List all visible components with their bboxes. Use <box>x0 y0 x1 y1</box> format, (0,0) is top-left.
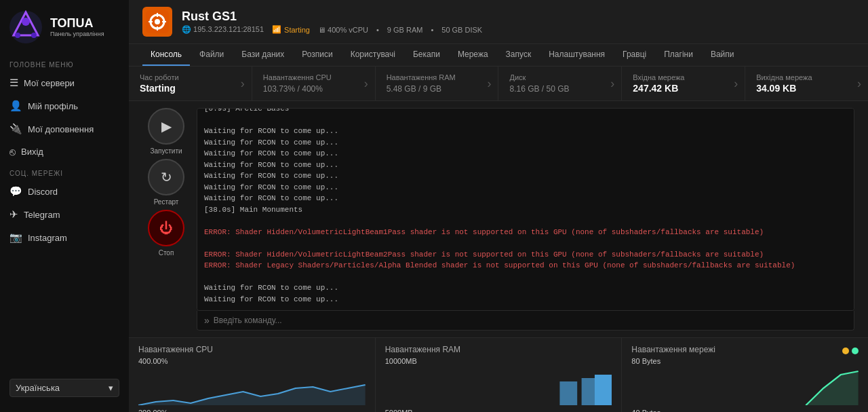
chart-ram: Навантаження RAM 10000MB 5000MB <box>376 338 623 412</box>
sidebar-item-addons[interactable]: 🔌 Мої доповнення <box>0 117 129 141</box>
server-meta: 🌐 195.3.223.121:28151 📶 Starting 🖥 400% … <box>182 25 482 34</box>
tab-console[interactable]: Консоль <box>142 44 190 66</box>
server-ram: • <box>376 26 379 34</box>
main-menu-label: ГОЛОВНЕ МЕНЮ <box>0 54 129 71</box>
chevron-down-icon: ▾ <box>108 383 113 393</box>
instagram-label: Instagram <box>28 233 67 243</box>
tab-backups[interactable]: Бекапи <box>405 44 448 66</box>
logo-name: ТОПUA <box>50 17 104 31</box>
sidebar: ТОПUA Панель управління ГОЛОВНЕ МЕНЮ ☰ М… <box>0 0 129 412</box>
logo-icon <box>8 10 43 45</box>
charts-row: Навантаження CPU 400.00% 200.00% Наванта… <box>129 337 868 412</box>
stat-ram: Навантаження RAM 5.48 GB / 9 GB › <box>376 67 499 100</box>
legend-out-icon <box>852 348 859 354</box>
tab-files[interactable]: Файли <box>191 44 232 66</box>
restart-icon: ↻ <box>148 159 184 195</box>
ram-chart-canvas <box>385 368 612 409</box>
server-header: Rust GS1 🌐 195.3.223.121:28151 📶 Startin… <box>129 0 868 44</box>
servers-label: Мої сервери <box>24 78 75 88</box>
logout-label: Вихід <box>21 147 43 157</box>
stat-network-in: Вхідна мережа 247.42 KB › <box>622 67 745 100</box>
ram-value: 5.48 GB / 9 GB <box>387 83 488 94</box>
logo-area: ТОПUA Панель управління <box>0 0 129 54</box>
power-icon: ⏻ <box>148 210 184 246</box>
console-input[interactable] <box>214 316 847 325</box>
telegram-label: Telegram <box>24 210 60 220</box>
profile-label: Мій профіль <box>28 101 78 111</box>
server-vcpu: 🖥 400% vCPU <box>318 26 368 34</box>
cpu-icon: 🖥 <box>318 26 326 34</box>
main-content: Rust GS1 🌐 195.3.223.121:28151 📶 Startin… <box>129 0 868 412</box>
svg-point-7 <box>155 19 160 24</box>
server-disk-sep: • <box>431 26 433 34</box>
server-name: Rust GS1 <box>182 10 482 24</box>
svg-point-2 <box>22 18 30 26</box>
stat-disk: Диск 8.16 GB / 50 GB › <box>498 67 622 100</box>
server-ram-value: 9 GB RAM <box>387 26 423 34</box>
arrow-icon-3: › <box>487 77 491 91</box>
chart-network: Навантаження мережі 80 Bytes 40 Bytes <box>622 338 868 412</box>
stop-button[interactable]: ⏻ Стоп <box>142 210 190 257</box>
social-menu-label: СОЦ. МЕРЕЖІ <box>0 163 129 180</box>
stat-network-out: Вихідна мережа 34.09 KB › <box>745 67 868 100</box>
wifi-icon: 📶 <box>272 25 281 34</box>
tab-settings[interactable]: Налаштування <box>540 44 613 66</box>
tab-players[interactable]: Гравці <box>614 44 654 66</box>
sidebar-item-instagram[interactable]: 📷 Instagram <box>0 226 129 249</box>
tab-users[interactable]: Користувачі <box>342 44 403 66</box>
svg-marker-12 <box>138 385 366 405</box>
stats-row: Час роботи Starting › Навантаження CPU 1… <box>129 67 868 101</box>
tab-schedules[interactable]: Розписи <box>294 44 340 66</box>
svg-rect-13 <box>559 381 577 405</box>
server-ip: 🌐 195.3.223.121:28151 <box>182 25 264 34</box>
arrow-icon-4: › <box>610 77 614 91</box>
sidebar-item-telegram[interactable]: ✈ Telegram <box>0 203 129 226</box>
console-prompt-icon: » <box>204 315 210 326</box>
server-disk-value: 50 GB DISK <box>441 26 482 34</box>
server-game-icon <box>142 7 172 37</box>
language-label: Українська <box>16 383 60 393</box>
stat-cpu: Навантаження CPU 103.73% / 400% › <box>252 67 376 100</box>
tab-startup[interactable]: Запуск <box>498 44 540 66</box>
disk-value: 8.16 GB / 50 GB <box>509 83 610 94</box>
console-input-row: » <box>197 311 854 331</box>
svg-point-4 <box>31 33 37 38</box>
tab-network[interactable]: Мережа <box>450 44 496 66</box>
arrow-icon: › <box>241 77 245 91</box>
tab-plugins[interactable]: Плагіни <box>656 44 701 66</box>
restart-button[interactable]: ↻ Рестарт <box>142 159 190 206</box>
svg-rect-15 <box>595 375 612 405</box>
discord-icon: 💬 <box>9 185 22 198</box>
chart-cpu: Навантаження CPU 400.00% 200.00% <box>129 338 376 412</box>
sidebar-item-discord[interactable]: 💬 Discord <box>0 180 129 203</box>
action-buttons: ▶ Запустити ↻ Рестарт ⏻ Стоп <box>142 108 190 337</box>
cpu-chart-canvas <box>138 368 366 409</box>
console-log: [12.9s] River LayoutWaiting for RCON to … <box>197 108 854 311</box>
addons-icon: 🔌 <box>9 123 22 135</box>
console-right: [12.9s] River LayoutWaiting for RCON to … <box>197 108 854 337</box>
language-select[interactable]: Українська ▾ <box>9 379 119 397</box>
sidebar-item-logout[interactable]: ⎋ Вихід <box>0 141 129 163</box>
tab-wipes[interactable]: Вайпи <box>703 44 743 66</box>
servers-icon: ☰ <box>9 77 18 89</box>
sidebar-item-servers[interactable]: ☰ Мої сервери <box>0 71 129 94</box>
play-icon: ▶ <box>148 108 184 145</box>
network-chart-canvas <box>631 368 859 409</box>
discord-label: Discord <box>28 187 58 197</box>
nav-tabs: Консоль Файли Бази даних Розписи Користу… <box>129 44 868 67</box>
console-wrapper: ▶ Запустити ↻ Рестарт ⏻ Стоп [12.9s] Riv… <box>129 101 868 337</box>
legend-in-icon <box>842 348 849 354</box>
stat-uptime: Час роботи Starting › <box>129 67 252 100</box>
svg-marker-16 <box>806 371 859 405</box>
ip-icon: 🌐 <box>182 25 191 33</box>
cpu-value: 103.73% / 400% <box>263 83 364 94</box>
sidebar-item-profile[interactable]: 👤 Мій профіль <box>0 94 129 117</box>
addons-label: Мої доповнення <box>28 124 94 134</box>
logo-subtitle: Панель управління <box>50 31 104 37</box>
telegram-icon: ✈ <box>9 208 18 221</box>
server-status: 📶 Starting <box>272 25 310 34</box>
profile-icon: 👤 <box>9 100 22 112</box>
arrow-icon-2: › <box>364 77 368 91</box>
tab-databases[interactable]: Бази даних <box>233 44 292 66</box>
start-button[interactable]: ▶ Запустити <box>142 108 190 155</box>
